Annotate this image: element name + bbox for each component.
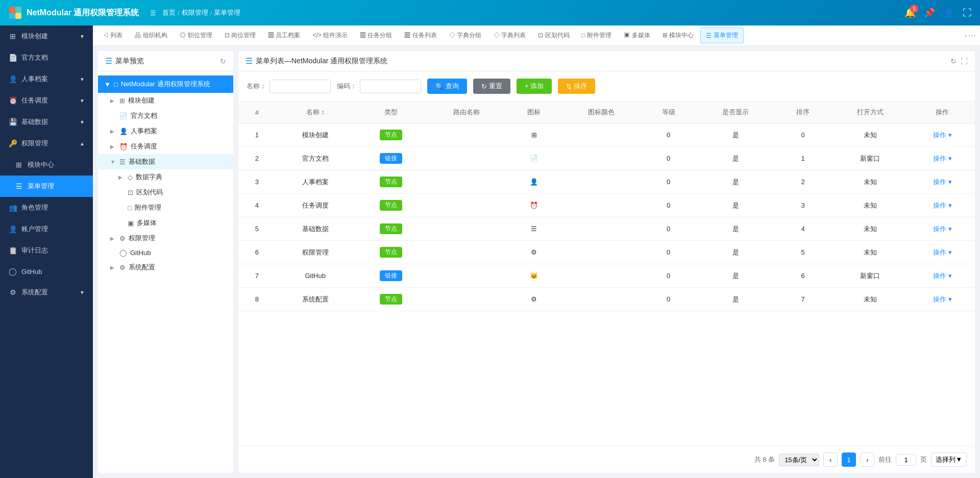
tab-media[interactable]: ▣ 多媒体: [618, 28, 655, 43]
cell-action: 操作 ▾: [910, 147, 975, 170]
tree-node-attachment[interactable]: □ 附件管理: [98, 200, 233, 215]
action-btn-6[interactable]: 操作 ▾: [933, 248, 952, 256]
table-row: 2 官方文档 链接 📄 0 是 1 新窗口 操作 ▾: [238, 147, 975, 170]
sidebar-item-audit[interactable]: 📋 审计日志: [0, 240, 93, 261]
filter-name-input[interactable]: [270, 80, 331, 93]
tree-node-icon-official-docs: 📄: [119, 112, 128, 120]
tab-post[interactable]: ⊡ 岗位管理: [219, 28, 261, 43]
tab-position[interactable]: ◎ 职位管理: [174, 28, 217, 43]
tree-node-task[interactable]: ▶ ⏰ 任务调度: [98, 139, 233, 154]
tab-org[interactable]: 品 组织机构: [129, 28, 173, 43]
pagination-bar: 共 8 条 15条/页 30条/页 50条/页 ‹ 1 › 前往 页 选择列▼: [238, 446, 975, 473]
select-cols-btn[interactable]: 选择列▼: [931, 452, 967, 467]
tab-component[interactable]: </> 组件演示: [307, 28, 353, 43]
tab-menu-mgmt[interactable]: ☰ 菜单管理: [700, 28, 744, 43]
cell-icon-color: [561, 123, 641, 147]
cell-level: 0: [641, 147, 696, 170]
current-page-btn[interactable]: 1: [842, 452, 856, 467]
col-route: 路由名称: [427, 102, 507, 123]
cell-level: 0: [641, 194, 696, 217]
cell-route: [427, 217, 507, 241]
tab-attachment[interactable]: □ 附件管理: [576, 28, 618, 43]
action-btn-7[interactable]: 操作 ▾: [933, 272, 952, 280]
cell-sort: 0: [775, 123, 830, 147]
query-button[interactable]: 🔍 查询: [427, 79, 467, 94]
tab-region-code[interactable]: ⊡ 区划代码: [532, 28, 575, 43]
prev-page-btn[interactable]: ‹: [823, 452, 838, 467]
filter-code-input[interactable]: [360, 80, 421, 93]
per-page-select[interactable]: 15条/页 30条/页 50条/页: [779, 454, 819, 466]
tree-node-system-config[interactable]: ▶ ⚙ 系统配置: [98, 260, 233, 275]
tree-node-icon-base-data: ☰: [119, 158, 126, 166]
tree-node-icon-perm: ⚙: [119, 235, 126, 242]
sidebar-label-github: GitHub: [21, 268, 42, 275]
menu-toggle-btn[interactable]: ☰: [146, 7, 160, 19]
tree-node-hr[interactable]: ▶ 👤 人事档案: [98, 123, 233, 139]
tree-node-media[interactable]: ▣ 多媒体: [98, 215, 233, 231]
sidebar-label-module-center: 模块中心: [28, 160, 54, 169]
action-btn-5[interactable]: 操作 ▾: [933, 225, 952, 233]
pin-btn[interactable]: 📌: [924, 7, 935, 18]
tree-node-icon-system-config: ⚙: [119, 264, 126, 271]
sidebar-item-module-create[interactable]: ⊞ 模块创建 ▼: [0, 26, 93, 47]
tree-node-region[interactable]: ⊡ 区划代码: [98, 185, 233, 200]
tab-task-group[interactable]: ☰ 任务分组: [354, 28, 398, 43]
tab-module-center[interactable]: ⊞ 模块中心: [657, 28, 699, 43]
add-button[interactable]: + 添加: [517, 79, 552, 94]
tab-task-list[interactable]: ☰ 任务列表: [399, 28, 442, 43]
tree-root[interactable]: ▼ □ NetModular 通用权限管理系统: [98, 76, 233, 93]
expand-btn[interactable]: ⛶: [963, 8, 972, 18]
tree-node-official-docs[interactable]: 📄 官方文档: [98, 108, 233, 123]
sidebar-item-hr[interactable]: 👤 人事档案 ▼: [0, 68, 93, 90]
action-btn-8[interactable]: 操作 ▾: [933, 295, 952, 303]
cell-open: 未知: [830, 170, 910, 194]
sidebar-item-role[interactable]: 👥 角色管理: [0, 197, 93, 218]
next-page-btn[interactable]: ›: [860, 452, 874, 467]
notification-btn[interactable]: 🔔 5: [904, 7, 916, 18]
tab-region-code-label: ⊡ 区划代码: [538, 31, 569, 40]
action-btn-4[interactable]: 操作 ▾: [933, 202, 952, 209]
tab-scroll-right[interactable]: ›: [965, 32, 967, 39]
action-btn-3[interactable]: 操作 ▾: [933, 178, 952, 186]
sidebar-item-system-config[interactable]: ⚙ 系统配置 ▼: [0, 282, 93, 303]
main-fullscreen-btn[interactable]: ⛶: [961, 57, 968, 65]
cell-open: 未知: [830, 123, 910, 147]
tab-attachment-label: □ 附件管理: [582, 31, 612, 40]
cell-icon: ⚙: [506, 288, 561, 311]
user-btn[interactable]: 👤: [943, 7, 954, 18]
sort-button[interactable]: ⇅ 排序: [558, 79, 595, 94]
tree-node-module-create[interactable]: ▶ ⊞ 模块创建: [98, 93, 233, 108]
sidebar-item-menu-mgmt[interactable]: ☰ 菜单管理: [0, 175, 93, 197]
sort-btn-label: 排序: [574, 82, 587, 91]
tree-node-perm[interactable]: ▶ ⚙ 权限管理: [98, 231, 233, 246]
breadcrumb-perm[interactable]: 权限管理: [182, 8, 208, 17]
breadcrumb-home[interactable]: 首页: [162, 8, 176, 17]
tree-toggle-hr: ▶: [110, 129, 116, 134]
sidebar-icon-task: ⏰: [8, 96, 17, 105]
sidebar-item-account[interactable]: 👤 账户管理: [0, 218, 93, 240]
tree-toggle-perm: ▶: [110, 236, 116, 241]
tree-node-icon-hr: 👤: [119, 128, 128, 135]
tab-employee[interactable]: ☰ 员工档案: [262, 28, 306, 43]
tree-node-base-data[interactable]: ▼ ☰ 基础数据: [98, 154, 233, 169]
action-btn-2[interactable]: 操作 ▾: [933, 155, 952, 162]
sidebar-item-official-docs[interactable]: 📄 官方文档: [0, 47, 93, 68]
tree-node-dict[interactable]: ▶ ◇ 数据字典: [98, 169, 233, 185]
cell-icon: 🐱: [506, 264, 561, 288]
sidebar-item-perm[interactable]: 🔑 权限管理 ▲: [0, 133, 93, 154]
tab-dict-group[interactable]: ◇ 字典分组: [444, 28, 487, 43]
tab-list[interactable]: ◁ 列表: [97, 28, 128, 43]
tree-node-github[interactable]: ◯ GitHub: [98, 246, 233, 260]
action-btn-1[interactable]: 操作 ▾: [933, 131, 952, 139]
main-refresh-btn[interactable]: ↻: [950, 57, 957, 65]
tab-dict-list[interactable]: ◇ 字典列表: [488, 28, 531, 43]
tab-more-btn[interactable]: ⋯: [968, 31, 976, 40]
sidebar-item-base-data[interactable]: 💾 基础数据 ▼: [0, 111, 93, 133]
goto-input[interactable]: [896, 454, 916, 466]
sidebar-item-task[interactable]: ⏰ 任务调度 ▼: [0, 90, 93, 111]
col-name[interactable]: 名称 ↕: [276, 102, 355, 123]
preview-refresh-btn[interactable]: ↻: [220, 57, 226, 65]
sidebar-item-module-center[interactable]: ⊞ 模块中心: [0, 154, 93, 175]
sidebar-item-github[interactable]: ◯ GitHub: [0, 261, 93, 282]
reset-button[interactable]: ↻ 重置: [473, 79, 510, 94]
